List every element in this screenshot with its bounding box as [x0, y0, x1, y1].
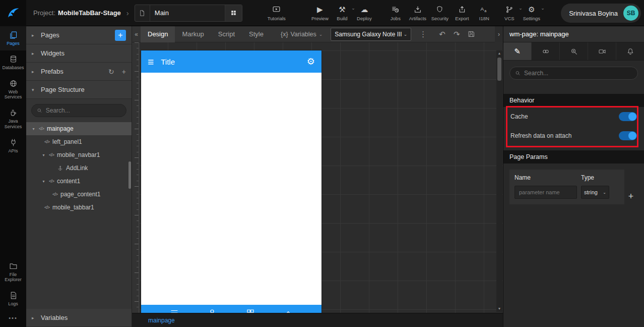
- section-behavior: Behavior: [503, 94, 644, 107]
- topbar-action-deploy[interactable]: ☁ Deploy: [353, 0, 375, 26]
- chevron-down-icon[interactable]: ▾: [31, 127, 36, 131]
- scrollbar-thumb[interactable]: [497, 58, 501, 81]
- rail-item-web-services[interactable]: Web Services: [0, 75, 26, 104]
- tree-item-mainpage[interactable]: ▾ </> mainpage: [26, 122, 132, 135]
- rail-label: Web Services: [1, 89, 25, 100]
- topbar-action-i18n[interactable]: Aa I18N: [473, 0, 495, 26]
- page-title[interactable]: Title: [161, 58, 175, 66]
- chevron-down-icon[interactable]: ▾: [41, 179, 46, 184]
- topbar-action-jobs[interactable]: Jobs: [384, 0, 407, 26]
- topbar-action-build[interactable]: ⚒ Build ⌄: [331, 0, 353, 26]
- rail-item-databases[interactable]: Databases: [0, 50, 26, 75]
- scroll-down-icon[interactable]: ▼: [498, 306, 501, 312]
- device-select[interactable]: Samsung Galaxy Note III ⌄: [331, 28, 411, 41]
- tab-notifications[interactable]: [616, 42, 644, 60]
- bell-icon: [626, 47, 634, 56]
- action-label: Tutorials: [268, 16, 286, 21]
- param-name-input[interactable]: [514, 186, 577, 199]
- refresh-on-attach-toggle[interactable]: [619, 131, 637, 140]
- search-input[interactable]: [524, 70, 632, 77]
- page-params-editor: Name Type string ⌄ +: [509, 170, 640, 204]
- accordion-variables[interactable]: ▸ Variables: [26, 309, 132, 327]
- design-canvas[interactable]: ≡ Title ⚙ ▲ ▼: [132, 42, 503, 313]
- tab-advanced-search[interactable]: [560, 42, 588, 60]
- tree-item-addlink[interactable]: AddLink: [26, 161, 132, 175]
- tree-item-page-content1[interactable]: </> page_content1: [26, 188, 132, 201]
- rail-item-logs[interactable]: Logs: [0, 287, 26, 311]
- open-page-tab-mainpage[interactable]: mainpage: [148, 317, 175, 324]
- save-icon[interactable]: [468, 30, 475, 38]
- rail-item-apis[interactable]: APIs: [0, 134, 26, 158]
- chevron-right-icon[interactable]: ›: [126, 9, 129, 17]
- rail-item-java-services[interactable]: Java Services: [0, 104, 26, 134]
- rail-item-pages[interactable]: Pages: [0, 26, 26, 50]
- user-menu[interactable]: Srinivasa Boyina SB: [561, 4, 641, 23]
- search-input[interactable]: [46, 107, 121, 114]
- expand-right-panel-button[interactable]: ›: [495, 26, 503, 42]
- accordion-pages[interactable]: ▸ Pages +: [26, 26, 132, 44]
- topbar-action-preview[interactable]: ▶ Preview: [309, 0, 331, 26]
- list-tab-icon[interactable]: [170, 308, 179, 313]
- chevron-down-icon[interactable]: ▾: [41, 153, 46, 157]
- collapse-left-panel-button[interactable]: «: [132, 31, 141, 38]
- page-selector[interactable]: Main: [135, 5, 242, 22]
- properties-search[interactable]: [509, 67, 638, 80]
- topbar-action-artifacts[interactable]: Artifacts: [407, 0, 429, 26]
- accordion-page-structure[interactable]: ▾ Page Structure: [26, 81, 132, 99]
- tab-style[interactable]: Style: [242, 26, 271, 42]
- add-prefab-icon[interactable]: +: [122, 68, 126, 76]
- grid-tab-icon[interactable]: [246, 308, 255, 313]
- rail-label: File Explorer: [1, 272, 25, 283]
- hamburger-menu-icon[interactable]: ≡: [148, 57, 154, 67]
- canvas-scrollbar[interactable]: ▲ ▼: [496, 50, 502, 312]
- tree-item-mobile-tabbar1[interactable]: </> mobile_tabbar1: [26, 201, 132, 214]
- more-menu-icon[interactable]: ⋮: [419, 30, 427, 39]
- tree-item-label: page_content1: [60, 191, 100, 198]
- tree-item-mobile-navbar1[interactable]: ▾ </> mobile_navbar1: [26, 148, 132, 161]
- redo-icon[interactable]: ↷: [454, 30, 460, 39]
- cloud-deploy-icon: ☁: [360, 5, 368, 14]
- topbar-action-settings[interactable]: ⚙ Settings ⌄: [521, 0, 543, 26]
- tree-scrollbar[interactable]: [128, 161, 131, 189]
- topbar-action-export[interactable]: Export: [451, 0, 473, 26]
- wavemaker-logo-icon[interactable]: [0, 0, 26, 26]
- cache-toggle[interactable]: [619, 112, 637, 121]
- database-icon: [9, 55, 18, 64]
- topbar-action-tutorials[interactable]: Tutorials: [266, 0, 288, 26]
- scroll-up-icon[interactable]: ▲: [498, 50, 501, 57]
- add-page-button[interactable]: +: [115, 30, 126, 41]
- tree-item-left-panel1[interactable]: </> left_panel1: [26, 135, 132, 148]
- tab-design[interactable]: Design: [141, 26, 175, 42]
- user-tab-icon[interactable]: [208, 308, 217, 313]
- mobile-tabbar-widget[interactable]: [141, 305, 321, 313]
- play-icon: ▶: [317, 5, 323, 14]
- mobile-navbar-widget[interactable]: ≡ Title ⚙: [141, 50, 321, 73]
- tab-properties[interactable]: ✎: [503, 42, 532, 60]
- variables-button[interactable]: {x} Variables ⌄: [281, 31, 323, 38]
- action-label: Export: [455, 16, 469, 21]
- action-label: Build: [337, 16, 347, 21]
- rail-item-file-explorer[interactable]: File Explorer: [0, 257, 26, 287]
- page-content-widget[interactable]: [141, 73, 321, 305]
- topbar-action-security[interactable]: Security: [429, 0, 451, 26]
- tree-item-content1[interactable]: ▾ </> content1: [26, 175, 132, 188]
- grid-view-icon[interactable]: [225, 5, 242, 21]
- page-structure-search[interactable]: [31, 104, 126, 117]
- phone-preview[interactable]: ≡ Title ⚙: [141, 50, 321, 313]
- device-select-value: Samsung Galaxy Note III: [335, 31, 402, 38]
- tree-item-label: left_panel1: [52, 138, 82, 145]
- accordion-prefabs[interactable]: ▸ Prefabs ↻ +: [26, 63, 132, 81]
- gear-icon[interactable]: ⚙: [307, 56, 315, 67]
- add-param-button[interactable]: +: [624, 191, 637, 204]
- param-type-select[interactable]: string ⌄: [581, 186, 609, 199]
- tab-media[interactable]: [588, 42, 616, 60]
- more-options-icon[interactable]: •••: [0, 311, 26, 327]
- tab-markup[interactable]: Markup: [175, 26, 211, 42]
- tab-script[interactable]: Script: [211, 26, 242, 42]
- undo-icon[interactable]: ↶: [439, 30, 445, 39]
- refresh-prefabs-icon[interactable]: ↻: [108, 68, 114, 76]
- arrow-up-tab-icon[interactable]: [284, 308, 293, 313]
- accordion-widgets[interactable]: ▸ Widgets: [26, 44, 132, 63]
- tab-bindings[interactable]: [532, 42, 560, 60]
- topbar-action-vcs[interactable]: VCS ⌄: [498, 0, 521, 26]
